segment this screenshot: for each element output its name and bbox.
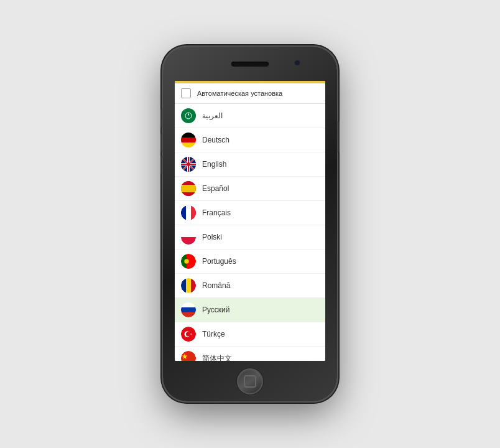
svg-rect-33 <box>181 307 196 312</box>
svg-rect-11 <box>181 185 196 192</box>
svg-rect-28 <box>181 278 186 293</box>
language-row-turkish[interactable]: Türkçe <box>175 322 325 347</box>
flag-french <box>181 205 196 220</box>
language-name-polish: Polski <box>202 233 222 241</box>
home-button[interactable] <box>237 368 263 394</box>
flag-arabic <box>181 108 196 123</box>
svg-rect-32 <box>181 302 196 307</box>
svg-rect-18 <box>186 205 191 220</box>
language-name-spanish: Español <box>202 184 229 193</box>
home-button-inner <box>244 375 256 388</box>
flag-portuguese <box>181 254 196 269</box>
language-row-romanian[interactable]: Română <box>175 274 325 298</box>
svg-rect-34 <box>181 312 196 317</box>
language-row-portuguese[interactable]: Português <box>175 250 325 274</box>
language-name-chinese: 简体中文 <box>202 353 232 362</box>
phone-device: Автоматическая установка العربية Deutsch <box>163 47 337 401</box>
svg-rect-29 <box>186 278 191 293</box>
svg-rect-30 <box>191 278 196 293</box>
language-name-turkish: Türkçe <box>202 330 225 338</box>
auto-install-checkbox[interactable] <box>181 88 191 98</box>
flag-turkish <box>181 327 196 342</box>
language-name-english: English <box>202 160 226 169</box>
language-row-german[interactable]: Deutsch <box>175 128 325 152</box>
phone-top <box>163 47 337 81</box>
language-name-arabic: العربية <box>202 111 223 120</box>
speaker <box>231 62 269 67</box>
language-name-romanian: Română <box>202 281 230 290</box>
flag-german <box>181 133 196 147</box>
auto-install-label: Автоматическая установка <box>197 90 282 97</box>
flag-english <box>181 157 196 172</box>
flag-russian <box>181 302 196 317</box>
phone-screen: Автоматическая установка العربية Deutsch <box>175 81 325 361</box>
flag-spanish <box>181 181 196 196</box>
camera <box>295 60 300 65</box>
svg-rect-19 <box>191 205 196 220</box>
phone-bottom <box>237 361 263 401</box>
flag-polish <box>181 230 196 245</box>
svg-rect-17 <box>181 205 186 220</box>
language-row-french[interactable]: Français <box>175 201 325 225</box>
language-name-russian: Русский <box>202 306 230 314</box>
language-name-german: Deutsch <box>202 136 229 144</box>
language-row-english[interactable]: English <box>175 152 325 177</box>
language-list: Автоматическая установка العربية Deutsch <box>175 83 325 361</box>
svg-rect-22 <box>181 237 196 245</box>
language-row-arabic[interactable]: العربية <box>175 104 325 128</box>
flag-chinese <box>181 351 196 361</box>
svg-point-26 <box>184 259 189 264</box>
flag-romanian <box>181 278 196 293</box>
svg-point-38 <box>186 332 190 337</box>
language-row-spanish[interactable]: Español <box>175 177 325 201</box>
language-row-chinese[interactable]: 简体中文 <box>175 347 325 361</box>
svg-rect-21 <box>181 230 196 237</box>
language-name-french: Français <box>202 208 231 217</box>
language-row-polish[interactable]: Polski <box>175 225 325 250</box>
auto-install-row[interactable]: Автоматическая установка <box>175 83 325 104</box>
language-name-portuguese: Português <box>202 257 236 266</box>
language-row-russian[interactable]: Русский <box>175 298 325 322</box>
